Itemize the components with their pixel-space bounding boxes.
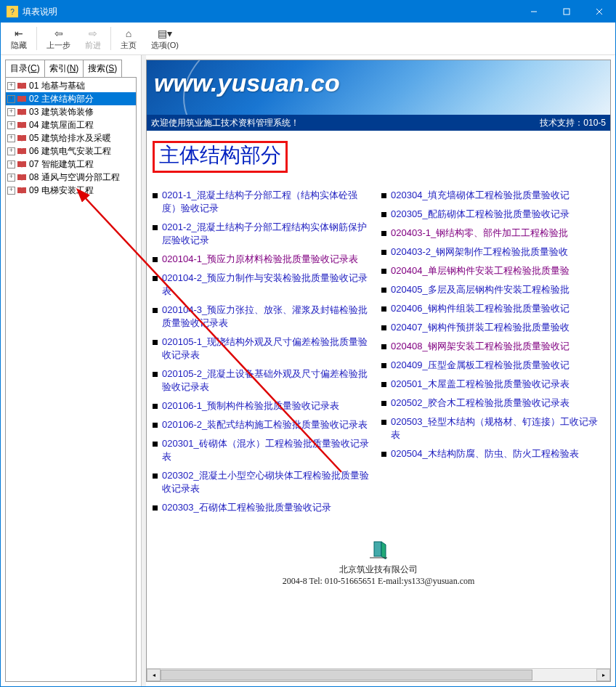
- tab-index[interactable]: 索引(N): [44, 60, 84, 77]
- tree-item[interactable]: +01 地基与基础: [6, 79, 136, 92]
- link-row: 0201-2_混凝土结构子分部工程结构实体钢筋保护层验收记录: [153, 218, 376, 250]
- book-icon: [17, 174, 27, 182]
- options-button[interactable]: ▤▾ 选项(O): [144, 25, 186, 52]
- document-link[interactable]: 0201-1_混凝土结构子分部工程（结构实体砼强度）验收记录: [162, 189, 376, 215]
- bullet-icon: [153, 372, 158, 377]
- scroll-thumb[interactable]: [161, 670, 532, 680]
- footer-contact: 2004-8 Tel: 010-51665651 E-mail:ys133@yu…: [153, 576, 604, 587]
- tab-search[interactable]: 搜索(S): [83, 60, 122, 77]
- document-link[interactable]: 020503_轻型木结构（规格材、钉连接）工收记录表: [391, 415, 604, 442]
- link-row: 020406_钢构件组装工程检验批质量验收记: [381, 299, 604, 318]
- hide-button[interactable]: ⇤ 隐藏: [4, 25, 34, 52]
- document-link[interactable]: 020104-2_预应力制作与安装检验批质量验收记录表: [162, 272, 376, 298]
- minimize-button[interactable]: [517, 1, 550, 23]
- expand-icon[interactable]: +: [7, 160, 15, 168]
- expand-icon[interactable]: +: [7, 134, 15, 142]
- link-row: 020504_木结构防腐、防虫、防火工程检验表: [381, 444, 604, 463]
- document-link[interactable]: 020406_钢构件组装工程检验批质量验收记: [391, 302, 570, 315]
- expand-icon[interactable]: +: [7, 82, 15, 90]
- back-icon: ⇦: [54, 27, 63, 40]
- options-label: 选项(O): [151, 40, 179, 51]
- document-link[interactable]: 0201-2_混凝土结构子分部工程结构实体钢筋保护层验收记录: [162, 221, 376, 247]
- link-row: 020301_砖砌体（混水）工程检验批质量验收记录表: [153, 434, 376, 466]
- expand-icon[interactable]: +: [7, 95, 15, 103]
- tree-item[interactable]: +07 智能建筑工程: [6, 158, 136, 171]
- expand-icon[interactable]: +: [7, 108, 15, 116]
- tree-item[interactable]: +06 建筑电气安装工程: [6, 145, 136, 158]
- banner: www.yusuan.co: [147, 60, 610, 115]
- document-link[interactable]: 020304_填充墙砌体工程检验批质量验收记: [391, 189, 570, 202]
- document-link[interactable]: 020303_石砌体工程检验批质量验收记录: [162, 501, 331, 514]
- document-link[interactable]: 020105-2_混凝土设备基础外观及尺寸偏差检验批验收记录表: [162, 367, 376, 394]
- help-file-icon: ?: [7, 6, 18, 17]
- tree-item[interactable]: +02 主体结构部分: [6, 92, 136, 105]
- hide-label: 隐藏: [11, 40, 27, 51]
- expand-icon[interactable]: +: [7, 121, 15, 129]
- bullet-icon: [153, 193, 158, 198]
- document-link[interactable]: 020407_钢构件预拼装工程检验批质量验收: [391, 321, 570, 334]
- document-link[interactable]: 020504_木结构防腐、防虫、防火工程检验表: [391, 447, 579, 460]
- link-row: 020501_木屋盖工程检验批质量验收记录表: [381, 375, 604, 394]
- content-panel: www.yusuan.co 欢迎使用筑业施工技术资料管理系统！ 技术支持：010…: [146, 55, 615, 686]
- home-icon: ⌂: [126, 27, 131, 40]
- contents-tree[interactable]: +01 地基与基础+02 主体结构部分+03 建筑装饰装修+04 建筑屋面工程+…: [5, 77, 137, 682]
- document-link[interactable]: 020404_单层钢构件安装工程检验批质量验: [391, 264, 570, 277]
- document-link[interactable]: 020501_木屋盖工程检验批质量验收记录表: [391, 378, 570, 391]
- tree-item[interactable]: +05 建筑给排水及采暖: [6, 131, 136, 145]
- tree-item[interactable]: +09 电梯安装工程: [6, 184, 136, 197]
- expand-icon[interactable]: +: [7, 147, 15, 155]
- scroll-right-icon[interactable]: ▸: [596, 669, 610, 681]
- banner-url: www.yusuan.co: [154, 69, 340, 97]
- tree-item[interactable]: +04 建筑屋面工程: [6, 118, 136, 131]
- link-row: 020408_钢网架安装工程检验批质量验收记: [381, 337, 604, 356]
- scroll-track[interactable]: [161, 670, 596, 680]
- tree-item[interactable]: +08 通风与空调分部工程: [6, 171, 136, 184]
- document-link[interactable]: 020105-1_现浇结构外观及尺寸偏差检验批质量验收记录表: [162, 336, 376, 362]
- document-link[interactable]: 020104-3_预应力张拉、放张、灌浆及封锚检验批质量验收记录表: [162, 304, 376, 330]
- document-link[interactable]: 020106-2_装配式结构施工检验批质量验收记录表: [162, 418, 368, 431]
- link-row: 020304_填充墙砌体工程检验批质量验收记: [381, 186, 604, 205]
- maximize-button[interactable]: [550, 1, 583, 23]
- home-button[interactable]: ⌂ 主页: [113, 25, 144, 52]
- book-icon: [17, 108, 27, 116]
- svg-rect-1: [564, 9, 570, 15]
- horizontal-scrollbar[interactable]: ◂ ▸: [147, 668, 610, 681]
- back-button[interactable]: ⇦ 上一步: [39, 25, 78, 52]
- forward-button[interactable]: ⇨ 前进: [78, 25, 108, 52]
- bullet-icon: [153, 442, 158, 447]
- welcome-text: 欢迎使用筑业施工技术资料管理系统！: [151, 117, 299, 129]
- bullet-icon: [381, 306, 386, 312]
- document-link[interactable]: 020305_配筋砌体工程检验批质量验收记录: [391, 208, 570, 221]
- document-link[interactable]: 020403-1_钢结构零、部件加工工程检验批: [391, 227, 568, 240]
- scroll-left-icon[interactable]: ◂: [147, 669, 161, 681]
- page-title: 主体结构部分: [153, 141, 288, 173]
- expand-icon[interactable]: +: [7, 187, 15, 195]
- tree-item-label: 08 通风与空调分部工程: [29, 171, 120, 184]
- bullet-icon: [381, 212, 386, 217]
- tree-item-label: 01 地基与基础: [29, 80, 85, 92]
- link-row: 020503_轻型木结构（规格材、钉连接）工收记录表: [381, 412, 604, 444]
- document-link[interactable]: 020106-1_预制构件检验批质量验收记录表: [162, 399, 339, 412]
- book-icon: [17, 160, 27, 168]
- tree-item-label: 07 智能建筑工程: [29, 158, 94, 171]
- link-row: 020409_压型金属板工程检验批质量验收记: [381, 356, 604, 375]
- close-button[interactable]: [583, 1, 615, 23]
- tree-item[interactable]: +03 建筑装饰装修: [6, 105, 136, 118]
- document-link[interactable]: 020403-2_钢网架制作工程检验批质量验收: [391, 245, 568, 259]
- document-link[interactable]: 020104-1_预应力原材料检验批质量验收记录表: [162, 253, 358, 266]
- bullet-icon: [381, 250, 386, 255]
- svg-rect-4: [374, 542, 381, 556]
- tab-contents[interactable]: 目录(C): [5, 60, 45, 77]
- document-link[interactable]: 020408_钢网架安装工程检验批质量验收记: [391, 340, 570, 353]
- document-content[interactable]: 主体结构部分 0201-1_混凝土结构子分部工程（结构实体砼强度）验收记录020…: [147, 131, 610, 668]
- document-link[interactable]: 020302_混凝土小型空心砌块体工程检验批质量验收记录表: [162, 469, 376, 495]
- document-link[interactable]: 020301_砖砌体（混水）工程检验批质量验收记录表: [162, 437, 376, 463]
- expand-icon[interactable]: +: [7, 174, 15, 182]
- document-link[interactable]: 020409_压型金属板工程检验批质量验收记: [391, 359, 570, 372]
- bullet-icon: [381, 325, 386, 330]
- document-link[interactable]: 020502_胶合木工程检验批质量验收记录表: [391, 397, 570, 410]
- link-row: 020104-2_预应力制作与安装检验批质量验收记录表: [153, 269, 376, 301]
- document-link[interactable]: 020405_多层及高层钢构件安装工程检验批: [391, 283, 570, 296]
- link-column-left: 0201-1_混凝土结构子分部工程（结构实体砼强度）验收记录0201-2_混凝土…: [153, 186, 376, 517]
- link-row: 020404_单层钢构件安装工程检验批质量验: [381, 261, 604, 280]
